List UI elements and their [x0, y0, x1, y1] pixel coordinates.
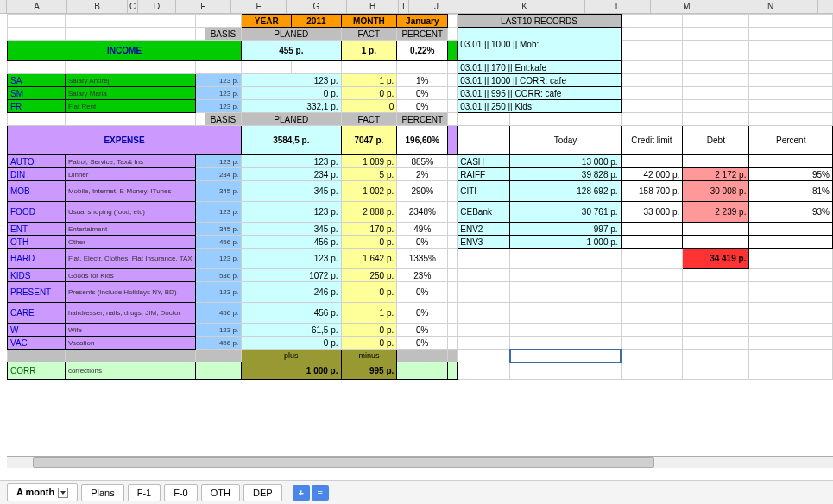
acct-debt[interactable] — [683, 236, 749, 249]
expense-code[interactable]: ENT — [8, 223, 66, 236]
acct-name[interactable]: RAIFF — [458, 168, 510, 181]
scroll-thumb[interactable] — [33, 457, 654, 468]
acct-debt[interactable]: 2 172 р. — [683, 168, 749, 181]
expense-planed-cell[interactable]: 123 р. — [242, 249, 341, 269]
expense-planed-cell[interactable]: 345 р. — [242, 181, 341, 202]
acct-today[interactable]: 13 000 р. — [510, 155, 621, 168]
expense-code[interactable]: AUTO — [8, 155, 66, 168]
expense-fact-cell[interactable]: 0 р. — [341, 324, 397, 337]
year-value[interactable]: 2011 — [292, 15, 341, 28]
expense-fact-cell[interactable]: 2 888 р. — [341, 202, 397, 223]
tab-plans[interactable]: Plans — [81, 484, 124, 501]
col-A[interactable]: A — [7, 0, 67, 13]
expense-planed-cell[interactable]: 456 р. — [242, 236, 341, 249]
last10-item[interactable]: 03.01 || 250 || Kids: — [458, 100, 621, 113]
expense-basis[interactable]: 123 р. — [205, 282, 242, 303]
tab-dep[interactable]: DEP — [243, 484, 282, 501]
col-M[interactable]: M — [651, 0, 723, 13]
expense-planed-cell[interactable]: 123 р. — [242, 202, 341, 223]
income-code[interactable]: FR — [8, 100, 66, 113]
col-E[interactable]: E — [176, 0, 231, 13]
acct-limit[interactable]: 42 000 р. — [621, 168, 683, 181]
tab-f-1[interactable]: F-1 — [128, 484, 161, 501]
col-K[interactable]: K — [464, 0, 585, 13]
acct-debt[interactable]: 2 239 р. — [683, 202, 749, 223]
expense-fact-cell[interactable]: 1 002 р. — [341, 181, 397, 202]
expense-fact-cell[interactable]: 1 р. — [341, 303, 397, 324]
expense-code[interactable]: PRESENT — [8, 282, 66, 303]
expense-basis[interactable]: 456 р. — [205, 337, 242, 350]
expense-code[interactable]: FOOD — [8, 202, 66, 223]
acct-name[interactable]: CITI — [458, 181, 510, 202]
expense-code[interactable]: CARE — [8, 303, 66, 324]
tab-f-0[interactable]: F-0 — [164, 484, 198, 501]
expense-basis[interactable]: 123 р. — [205, 324, 242, 337]
expense-basis[interactable]: 456 р. — [205, 236, 242, 249]
expense-planed-cell[interactable]: 246 р. — [242, 282, 341, 303]
last10-item[interactable]: 03.01 || 1000 || CORR: cafe — [458, 74, 621, 87]
acct-today[interactable]: 39 828 р. — [510, 168, 621, 181]
acct-limit[interactable]: 158 700 р. — [621, 181, 683, 202]
expense-code[interactable]: DIN — [8, 168, 66, 181]
expense-basis[interactable]: 123 р. — [205, 155, 242, 168]
acct-today[interactable]: 30 761 р. — [510, 202, 621, 223]
acct-name[interactable]: ENV2 — [458, 223, 510, 236]
col-D[interactable]: D — [138, 0, 176, 13]
last10-item[interactable]: 03.01 || 995 || CORR: cafe — [458, 87, 621, 100]
expense-fact-cell[interactable]: 0 р. — [341, 337, 397, 350]
expense-basis[interactable]: 345 р. — [205, 223, 242, 236]
expense-basis[interactable]: 345 р. — [205, 181, 242, 202]
expense-planed-cell[interactable]: 234 р. — [242, 168, 341, 181]
expense-code[interactable]: OTH — [8, 236, 66, 249]
expense-basis[interactable]: 123 р. — [205, 249, 242, 269]
col-L[interactable]: L — [585, 0, 651, 13]
selected-cell[interactable] — [510, 350, 621, 362]
expense-code[interactable]: HARD — [8, 249, 66, 269]
chevron-down-icon[interactable] — [58, 488, 68, 498]
expense-code[interactable]: W — [8, 324, 66, 337]
expense-planed-cell[interactable]: 61,5 р. — [242, 324, 341, 337]
acct-limit[interactable]: 33 000 р. — [621, 202, 683, 223]
expense-planed-cell[interactable]: 456 р. — [242, 303, 341, 324]
acct-limit[interactable] — [621, 236, 683, 249]
expense-fact-cell[interactable]: 1 089 р. — [341, 155, 397, 168]
tab-oth[interactable]: OTH — [201, 484, 240, 501]
acct-name[interactable]: ENV3 — [458, 236, 510, 249]
acct-today[interactable]: 128 692 р. — [510, 181, 621, 202]
expense-fact-cell[interactable]: 5 р. — [341, 168, 397, 181]
expense-basis[interactable]: 234 р. — [205, 168, 242, 181]
expense-planed-cell[interactable]: 1072 р. — [242, 269, 341, 282]
acct-debt[interactable] — [683, 155, 749, 168]
expense-planed-cell[interactable]: 123 р. — [242, 155, 341, 168]
corr-minus[interactable]: 995 р. — [341, 362, 397, 380]
income-code[interactable]: SM — [8, 87, 66, 100]
expense-basis[interactable]: 536 р. — [205, 269, 242, 282]
grid[interactable]: YEAR 2011 MONTH January LAST10 RECORDS B… — [7, 14, 833, 468]
acct-today[interactable]: 1 000 р. — [510, 236, 621, 249]
col-N[interactable]: N — [723, 0, 818, 13]
sheets-menu-button[interactable]: ≡ — [312, 485, 329, 501]
last10-item[interactable]: 03.01 || 170 || Ent:kafe — [458, 61, 621, 74]
income-code[interactable]: SA — [8, 74, 66, 87]
col-C[interactable]: C — [128, 0, 138, 13]
acct-debt[interactable] — [683, 223, 749, 236]
expense-code[interactable]: KIDS — [8, 269, 66, 282]
acct-limit[interactable] — [621, 223, 683, 236]
expense-fact-cell[interactable]: 0 р. — [341, 282, 397, 303]
col-B[interactable]: B — [67, 0, 128, 13]
col-G[interactable]: G — [287, 0, 347, 13]
tab-a-month[interactable]: A month — [7, 483, 78, 501]
acct-name[interactable]: CASH — [458, 155, 510, 168]
expense-code[interactable]: MOB — [8, 181, 66, 202]
corr-plus[interactable]: 1 000 р. — [242, 362, 341, 380]
expense-planed-cell[interactable]: 345 р. — [242, 223, 341, 236]
last10-item[interactable]: 03.01 || 1000 || Mob: — [458, 28, 621, 61]
income-basis[interactable]: 123 р. — [205, 74, 242, 87]
acct-debt[interactable]: 30 008 р. — [683, 181, 749, 202]
acct-limit[interactable] — [621, 155, 683, 168]
col-F[interactable]: F — [231, 0, 287, 13]
expense-code[interactable]: VAC — [8, 337, 66, 350]
corr-code[interactable]: CORR — [8, 362, 66, 380]
expense-fact-cell[interactable]: 0 р. — [341, 236, 397, 249]
expense-basis[interactable]: 456 р. — [205, 303, 242, 324]
